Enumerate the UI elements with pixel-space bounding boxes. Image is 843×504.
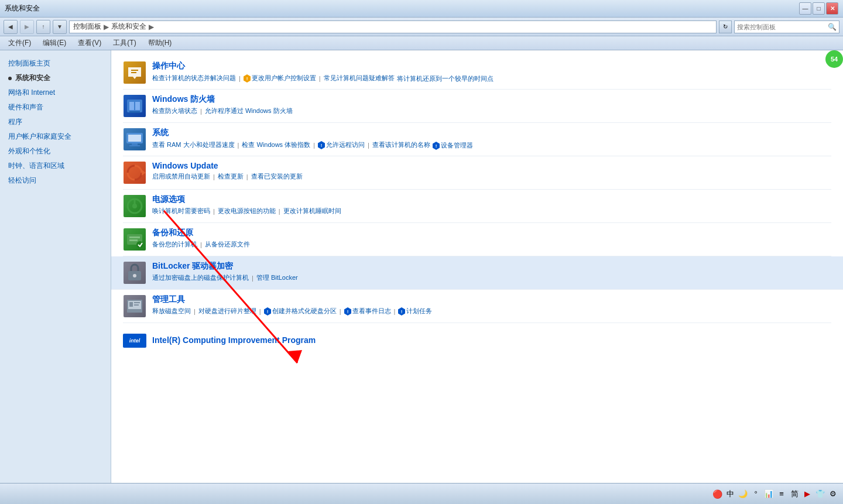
minimize-button[interactable]: — [799, 2, 811, 15]
recent-button[interactable]: ▼ [53, 20, 67, 34]
sidebar-item-appearance[interactable]: 外观和个性化 [0, 144, 111, 159]
titlebar-controls: — □ ✕ [799, 2, 838, 15]
up-button[interactable]: ↑ [36, 20, 50, 34]
titlebar-title: 系统和安全 [5, 4, 40, 13]
bitlocker-title[interactable]: BitLocker 驱动器加密 [152, 261, 831, 272]
admin-title[interactable]: 管理工具 [152, 294, 831, 305]
system-title[interactable]: 系统 [152, 128, 831, 138]
sidebar-home[interactable]: 控制面板主页 [0, 56, 111, 71]
link-task-scheduler[interactable]: ! 计划任务 [398, 307, 432, 316]
link-restore[interactable]: 将计算机还原到一个较早的时间点 [397, 74, 494, 83]
main-layout: 控制面板主页 系统和安全 网络和 Internet 硬件和声音 程序 用户帐户和… [0, 50, 843, 504]
menu-view[interactable]: 查看(V) [72, 37, 107, 49]
link-check-status[interactable]: 检查计算机的状态并解决问题 [152, 74, 236, 83]
intel-icon: intel [123, 329, 146, 352]
titlebar-left: 系统和安全 [5, 4, 40, 13]
menubar: 文件(F) 编辑(E) 查看(V) 工具(T) 帮助(H) [0, 36, 843, 50]
bullet-icon [8, 77, 12, 80]
firewall-title[interactable]: Windows 防火墙 [152, 94, 831, 105]
search-input[interactable] [737, 23, 825, 30]
taskbar-icon-moon[interactable]: 🌙 [738, 489, 748, 499]
svg-rect-12 [132, 143, 138, 145]
link-manage-bitlocker[interactable]: 管理 BitLocker [256, 273, 298, 282]
link-change-uac[interactable]: ! 更改用户帐户控制设置 [244, 74, 316, 83]
link-defrag[interactable]: 对硬盘进行碎片整理 [198, 307, 256, 316]
power-icon [123, 194, 146, 218]
backup-title[interactable]: 备份和还原 [152, 228, 831, 238]
sidebar-item-ease[interactable]: 轻松访问 [0, 173, 111, 188]
breadcrumb-root[interactable]: 控制面板 [73, 22, 101, 32]
intel-title[interactable]: Intel(R) Computing Improvement Program [152, 335, 316, 345]
forward-button[interactable]: ▶ [20, 20, 34, 34]
sidebar-label-3: 程序 [8, 117, 22, 127]
menu-edit[interactable]: 编辑(E) [37, 37, 72, 49]
menu-tools[interactable]: 工具(T) [107, 37, 142, 49]
svg-rect-36 [134, 304, 139, 306]
link-view-updates[interactable]: 查看已安装的更新 [251, 172, 303, 181]
windows-update-title[interactable]: Windows Update [152, 161, 831, 170]
breadcrumb-current[interactable]: 系统和安全 [111, 22, 146, 32]
section-windows-update: Windows Update 启用或禁用自动更新 | 检查更新 | 查看已安装的… [123, 156, 831, 190]
link-troubleshoot[interactable]: 常见计算机问题疑难解答 [324, 74, 395, 83]
section-system: 系统 查看 RAM 大小和处理器速度 | 检查 Windows 体验指数 | !… [123, 123, 831, 156]
section-power: 电源选项 唤计算机时需要密码 | 更改电源按钮的功能 | 更改计算机睡眠时间 [123, 190, 831, 223]
link-bitlocker-protect[interactable]: 通过加密磁盘上的磁盘保护计算机 [152, 273, 249, 282]
taskbar-icon-shirt[interactable]: 👕 [815, 489, 825, 499]
taskbar-icon-simple[interactable]: 简 [789, 489, 800, 499]
sidebar-item-hardware[interactable]: 硬件和声音 [0, 100, 111, 115]
taskbar-icon-play[interactable]: ▶ [802, 489, 813, 499]
taskbar-icon-zhuyin[interactable]: 🔴 [712, 489, 722, 499]
content-area: 操作中心 检查计算机的状态并解决问题 | ! 更改用户帐户控制设置 | 常见计算… [111, 50, 843, 504]
menu-file[interactable]: 文件(F) [2, 37, 37, 49]
back-button[interactable]: ◀ [4, 20, 18, 34]
link-ram[interactable]: 查看 RAM 大小和处理器速度 [152, 140, 235, 149]
link-restore-files[interactable]: 从备份还原文件 [205, 240, 250, 249]
close-button[interactable]: ✕ [826, 2, 838, 15]
link-autoupdate[interactable]: 启用或禁用自动更新 [152, 172, 210, 181]
search-icon[interactable]: 🔍 [828, 23, 837, 31]
taskbar-icon-lines[interactable]: ≡ [776, 489, 787, 499]
sidebar-item-clock[interactable]: 时钟、语言和区域 [0, 159, 111, 173]
link-power-button[interactable]: 更改电源按钮的功能 [218, 207, 276, 215]
link-sleep[interactable]: 更改计算机睡眠时间 [283, 207, 341, 215]
svg-rect-7 [135, 102, 140, 110]
link-firewall-allow[interactable]: 允许程序通过 Windows 防火墙 [205, 107, 293, 115]
sidebar-item-programs[interactable]: 程序 [0, 115, 111, 129]
action-center-title[interactable]: 操作中心 [152, 61, 831, 71]
section-intel: intel Intel(R) Computing Improvement Pro… [123, 323, 831, 358]
link-disk-space[interactable]: 释放磁盘空间 [152, 307, 191, 316]
system-links: 查看 RAM 大小和处理器速度 | 检查 Windows 体验指数 | ! 允许… [152, 140, 831, 150]
sidebar-label-5: 外观和个性化 [8, 146, 50, 156]
search-box[interactable]: 🔍 [734, 20, 839, 33]
power-links: 唤计算机时需要密码 | 更改电源按钮的功能 | 更改计算机睡眠时间 [152, 207, 831, 215]
system-content: 系统 查看 RAM 大小和处理器速度 | 检查 Windows 体验指数 | !… [152, 128, 831, 150]
taskbar-icon-chart[interactable]: 📊 [763, 489, 774, 499]
menu-help[interactable]: 帮助(H) [142, 37, 178, 49]
sidebar-item-network[interactable]: 网络和 Internet [0, 85, 111, 100]
taskbar-icon-chinese[interactable]: 中 [725, 489, 735, 499]
link-firewall-status[interactable]: 检查防火墙状态 [152, 107, 197, 115]
windows-update-content: Windows Update 启用或禁用自动更新 | 检查更新 | 查看已安装的… [152, 161, 831, 181]
link-format-disk[interactable]: ! 创建并格式化硬盘分区 [264, 307, 337, 316]
link-device-manager[interactable]: ! 设备管理器 [433, 141, 473, 150]
titlebar: 系统和安全 — □ ✕ [0, 0, 843, 18]
refresh-button[interactable]: ↻ [719, 20, 732, 33]
maximize-button[interactable]: □ [813, 2, 825, 15]
link-wake-password[interactable]: 唤计算机时需要密码 [152, 207, 210, 215]
link-event-log[interactable]: ! 查看事件日志 [344, 307, 391, 316]
sidebar-item-system-security[interactable]: 系统和安全 [0, 71, 111, 85]
svg-text:!: ! [436, 143, 437, 149]
taskbar-icon-settings[interactable]: ⚙ [828, 489, 838, 499]
link-check-updates[interactable]: 检查更新 [218, 172, 244, 181]
link-computername[interactable]: 查看该计算机的名称 [372, 140, 430, 149]
svg-rect-8 [129, 111, 140, 113]
address-field[interactable]: 控制面板 ▶ 系统和安全 ▶ [69, 20, 717, 33]
link-backup-computer[interactable]: 备份您的计算机 [152, 240, 197, 249]
section-admin: 管理工具 释放磁盘空间 | 对硬盘进行碎片整理 | ! 创建并格式化硬盘分区 |… [123, 290, 831, 323]
action-center-content: 操作中心 检查计算机的状态并解决问题 | ! 更改用户帐户控制设置 | 常见计算… [152, 61, 831, 83]
power-title[interactable]: 电源选项 [152, 194, 831, 205]
sidebar-item-users[interactable]: 用户帐户和家庭安全 [0, 129, 111, 144]
taskbar-icon-dot[interactable]: ° [751, 489, 761, 499]
link-experience[interactable]: 检查 Windows 体验指数 [242, 140, 310, 149]
link-remote[interactable]: ! 允许远程访问 [318, 140, 365, 149]
